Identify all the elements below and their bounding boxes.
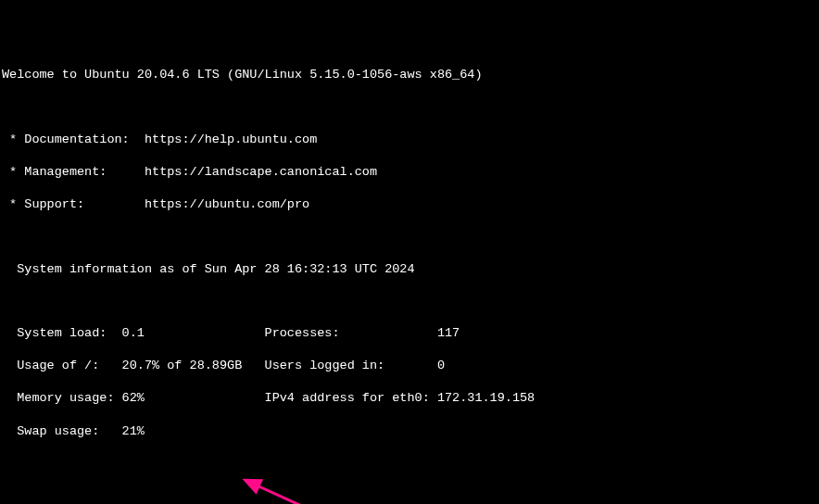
blank-line [2, 456, 817, 472]
sysinfo-row: System load: 0.1 Processes: 117 [2, 325, 817, 342]
sysinfo-header: System information as of Sun Apr 28 16:3… [2, 261, 817, 278]
sysinfo-row: Usage of /: 20.7% of 28.89GB Users logge… [2, 358, 817, 374]
motd-doc-link: * Documentation: https://help.ubuntu.com [2, 132, 817, 148]
motd-support-link: * Support: https://ubuntu.com/pro [2, 196, 817, 213]
blank-line [2, 294, 817, 309]
blank-line [2, 229, 817, 245]
blank-line [2, 99, 817, 115]
sysinfo-row: Memory usage: 62% IPv4 address for eth0:… [2, 390, 817, 407]
motd-welcome: Welcome to Ubuntu 20.04.6 LTS (GNU/Linux… [2, 67, 817, 83]
sysinfo-row: Swap usage: 21% [2, 423, 817, 440]
blank-line [2, 487, 817, 503]
motd-mgmt-link: * Management: https://landscape.canonica… [2, 164, 817, 181]
